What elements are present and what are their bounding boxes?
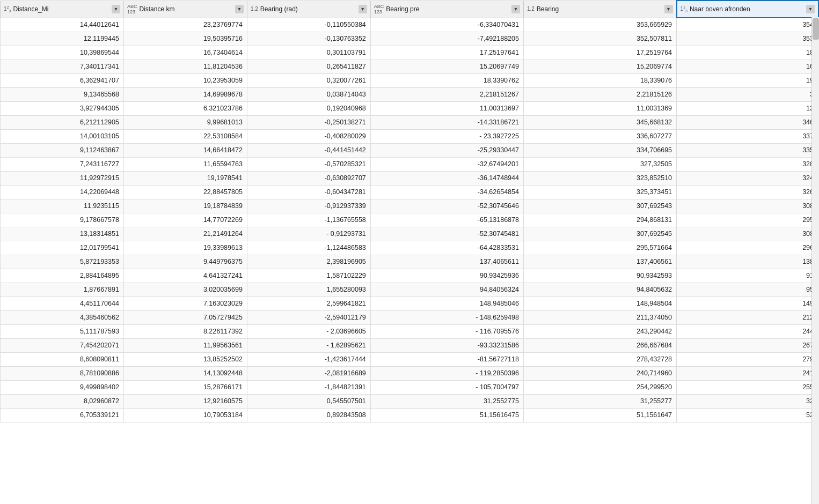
table-cell: 7,454202071 bbox=[1, 338, 124, 352]
table-cell: 17,25197641 bbox=[370, 46, 523, 60]
table-cell: 212 bbox=[677, 310, 818, 324]
table-cell: -65,13186878 bbox=[370, 213, 523, 227]
table-row: 8,60809081113,85252502-1,423617444-81,56… bbox=[1, 352, 819, 366]
table-cell: -0,630892707 bbox=[247, 171, 370, 185]
col-type-icon-dist-mi: 123 bbox=[4, 5, 11, 13]
table-cell: 14,77072269 bbox=[123, 213, 247, 227]
table-cell: 10,23953059 bbox=[123, 73, 247, 87]
table-cell: - 2,03696605 bbox=[247, 324, 370, 338]
table-cell: 15,28766171 bbox=[123, 380, 247, 394]
table-cell: 19,50395716 bbox=[123, 32, 247, 46]
table-cell: 294,868131 bbox=[523, 213, 676, 227]
col-type-icon-naar-boven: 123 bbox=[681, 5, 688, 13]
table-cell: 11,9235115 bbox=[1, 199, 124, 213]
table-cell: 266,667684 bbox=[523, 338, 676, 352]
table-cell: 2,884164895 bbox=[1, 269, 124, 283]
col-type-icon-bearing-rad: 1.2 bbox=[251, 6, 258, 12]
table-cell: 94,84056324 bbox=[370, 283, 523, 297]
table-cell: 31,255277 bbox=[523, 394, 676, 408]
table-cell: 346 bbox=[677, 115, 818, 129]
table-cell: 149 bbox=[677, 297, 818, 310]
table-cell: 19,1978541 bbox=[123, 171, 247, 185]
col-label-bearing-pre: Bearing pre bbox=[386, 5, 509, 13]
table-row: 6,36294170710,239530590,32007726118,3390… bbox=[1, 73, 819, 87]
table-cell: 7,243116727 bbox=[1, 157, 124, 171]
table-cell: 241 bbox=[677, 366, 818, 380]
table-cell: 51,15616475 bbox=[370, 408, 523, 422]
table-row: 2,8841648954,6413272411,58710222990,9342… bbox=[1, 269, 819, 283]
table-row: 7,24311672711,65594763-0,570285321-32,67… bbox=[1, 157, 819, 171]
table-cell: 15,20697749 bbox=[370, 60, 523, 73]
table-cell: 4,641327241 bbox=[123, 269, 247, 283]
table-cell: 138 bbox=[677, 255, 818, 269]
table-cell: 0,265411827 bbox=[247, 60, 370, 73]
table-cell: 19,18784839 bbox=[123, 199, 247, 213]
table-cell: 10,39869544 bbox=[1, 46, 124, 60]
table-cell: -64,42833531 bbox=[370, 241, 523, 255]
table-cell: -0,130763352 bbox=[247, 32, 370, 46]
table-cell: -0,110550384 bbox=[247, 18, 370, 32]
table-cell: 90,9342593 bbox=[523, 269, 676, 283]
table-cell: 22,53108584 bbox=[123, 129, 247, 143]
col-dropdown-bearing[interactable]: ▼ bbox=[664, 5, 673, 13]
col-label-bearing-rad: Bearing (rad) bbox=[260, 5, 356, 13]
table-cell: 353 bbox=[677, 32, 818, 46]
table-cell: 2,21815126 bbox=[523, 87, 676, 101]
table-cell: -93,33231586 bbox=[370, 338, 523, 352]
table-cell: 14,69989678 bbox=[123, 87, 247, 101]
table-cell: 267 bbox=[677, 338, 818, 352]
table-cell: 278,432728 bbox=[523, 352, 676, 366]
table-row: 10,3986954416,734046140,30110379117,2519… bbox=[1, 46, 819, 60]
table-row: 9,11246386714,66418472-0,441451442-25,29… bbox=[1, 143, 819, 157]
table-cell: 1,655280093 bbox=[247, 283, 370, 297]
table-cell: 1,587102229 bbox=[247, 269, 370, 283]
table-cell: -32,67494201 bbox=[370, 157, 523, 171]
table-cell: -2,594012179 bbox=[247, 310, 370, 324]
table-cell: 14,22069448 bbox=[1, 185, 124, 199]
table-row: 3,9279443056,3210237860,19204096811,0031… bbox=[1, 101, 819, 115]
table-cell: 148,948504 bbox=[523, 297, 676, 310]
table-cell: 326 bbox=[677, 185, 818, 199]
table-cell: 11,0031369 bbox=[523, 101, 676, 115]
table-cell: -0,408280029 bbox=[247, 129, 370, 143]
table-cell: 14,66418472 bbox=[123, 143, 247, 157]
table-cell: -6,334070431 bbox=[370, 18, 523, 32]
table-cell: 327,32505 bbox=[523, 157, 676, 171]
table-cell: 295 bbox=[677, 213, 818, 227]
table-cell: 17,2519764 bbox=[523, 46, 676, 60]
table-cell: -52,30745646 bbox=[370, 199, 523, 213]
table-cell: 211,374050 bbox=[523, 310, 676, 324]
table-cell: 3,020035699 bbox=[123, 283, 247, 297]
table-cell: 337 bbox=[677, 129, 818, 143]
table-cell: 8,02960872 bbox=[1, 394, 124, 408]
table-row: 8,0296087212,921605750,54550750131,25527… bbox=[1, 394, 819, 408]
col-dropdown-bearing-pre[interactable]: ▼ bbox=[511, 5, 520, 13]
table-row: 5,8721933539,4497963752,398196905137,406… bbox=[1, 255, 819, 269]
scroll-thumb[interactable] bbox=[813, 18, 819, 40]
table-cell: -7,492188205 bbox=[370, 32, 523, 46]
table-cell: 51,1561647 bbox=[523, 408, 676, 422]
table-cell: 12,01799541 bbox=[1, 241, 124, 255]
table-cell: - 23,3927225 bbox=[370, 129, 523, 143]
col-dropdown-dist-km[interactable]: ▼ bbox=[235, 5, 244, 13]
col-dropdown-naar-boven[interactable]: ▼ bbox=[806, 5, 815, 13]
table-cell: 2,218151267 bbox=[370, 87, 523, 101]
scrollbar[interactable] bbox=[811, 17, 819, 504]
table-row: 12,119944519,50395716-0,130763352-7,4921… bbox=[1, 32, 819, 46]
table-cell: 12,1199445 bbox=[1, 32, 124, 46]
table-cell: 335 bbox=[677, 143, 818, 157]
table-cell: 15,2069774 bbox=[523, 60, 676, 73]
table-cell: 18 bbox=[677, 46, 818, 60]
table-cell: -14,33186721 bbox=[370, 115, 523, 129]
table-cell: 353,665929 bbox=[523, 18, 676, 32]
col-dropdown-dist-mi[interactable]: ▼ bbox=[112, 5, 120, 13]
table-cell: 11,00313697 bbox=[370, 101, 523, 115]
table-cell: - 119,2850396 bbox=[370, 366, 523, 380]
table-cell: 148,9485046 bbox=[370, 297, 523, 310]
table-cell: -0,912937339 bbox=[247, 199, 370, 213]
col-dropdown-bearing-rad[interactable]: ▼ bbox=[359, 5, 367, 13]
table-cell: 137,406561 bbox=[523, 255, 676, 269]
table-cell: 137,4065611 bbox=[370, 255, 523, 269]
table-cell: 9,112463867 bbox=[1, 143, 124, 157]
table-cell: 8,608090811 bbox=[1, 352, 124, 366]
